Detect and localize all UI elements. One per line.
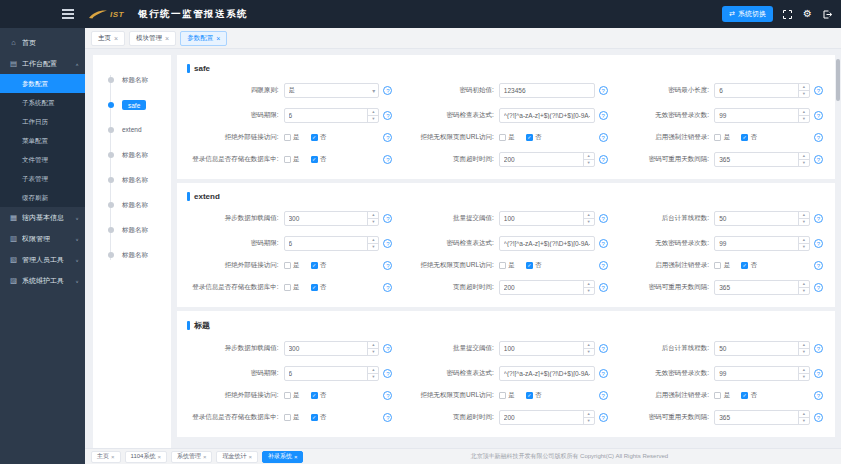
number-input[interactable] <box>715 281 809 294</box>
checkbox-checked-icon[interactable]: ✓ <box>311 262 318 269</box>
help-icon[interactable]: ? <box>383 344 392 353</box>
increase-icon[interactable]: ▴ <box>799 237 809 244</box>
checkbox-checked-icon[interactable]: ✓ <box>311 414 318 421</box>
number-stepper[interactable]: ▴▾ <box>583 281 594 294</box>
help-icon[interactable]: ? <box>814 133 823 142</box>
text-input[interactable] <box>500 237 594 250</box>
tab-close-icon[interactable]: × <box>111 454 115 460</box>
sidebar-subitem-工作日历[interactable]: 工作日历 <box>0 112 85 131</box>
number-control[interactable]: ▴▾ <box>284 236 380 251</box>
increase-icon[interactable]: ▴ <box>584 281 594 288</box>
number-input[interactable] <box>715 342 809 355</box>
checkbox-checked-icon[interactable]: ✓ <box>526 134 533 141</box>
checkbox-option-是[interactable]: 是 <box>284 283 300 292</box>
help-icon[interactable]: ? <box>814 344 823 353</box>
checkbox-option-是[interactable]: 是 <box>714 391 730 400</box>
checkbox-checked-icon[interactable]: ✓ <box>311 156 318 163</box>
help-icon[interactable]: ? <box>383 261 392 270</box>
help-icon[interactable]: ? <box>814 391 823 400</box>
sidebar-item-首页[interactable]: ⌂首页 <box>0 32 85 53</box>
number-stepper[interactable]: ▴▾ <box>798 367 809 380</box>
sidebar-item-辖内基本信息[interactable]: ▦辖内基本信息∨ <box>0 207 85 228</box>
help-icon[interactable]: ? <box>383 133 392 142</box>
checkbox-option-是[interactable]: 是 <box>284 261 300 270</box>
checkbox-option-否[interactable]: ✓否 <box>741 391 757 400</box>
select-value[interactable] <box>285 84 379 97</box>
number-control[interactable]: ▴▾ <box>714 83 810 98</box>
anchor-item-标题名称[interactable]: 标题名称 <box>111 175 171 185</box>
checkbox-option-是[interactable]: 是 <box>284 155 300 164</box>
number-stepper[interactable]: ▴▾ <box>798 237 809 250</box>
tab-close-icon[interactable]: × <box>294 454 298 460</box>
bottom-tab-主页[interactable]: 主页× <box>91 451 121 463</box>
checkbox-group[interactable]: 是✓否 <box>499 261 595 270</box>
checkbox-group[interactable]: 是✓否 <box>284 413 380 422</box>
text-control[interactable] <box>499 108 595 123</box>
help-icon[interactable]: ? <box>383 214 392 223</box>
increase-icon[interactable]: ▴ <box>799 367 809 374</box>
checkbox-group[interactable]: 是✓否 <box>284 283 380 292</box>
number-control[interactable]: ▴▾ <box>284 211 380 226</box>
checkbox-option-否[interactable]: ✓否 <box>311 155 327 164</box>
settings-gear-icon[interactable]: ⚙ <box>802 9 813 20</box>
tab-close-icon[interactable]: × <box>157 454 161 460</box>
decrease-icon[interactable]: ▾ <box>799 349 809 355</box>
decrease-icon[interactable]: ▾ <box>799 418 809 424</box>
number-control[interactable]: ▴▾ <box>284 108 380 123</box>
number-control[interactable]: ▴▾ <box>284 341 380 356</box>
anchor-item-extend[interactable]: extend <box>111 125 171 135</box>
checkbox-option-是[interactable]: 是 <box>284 391 300 400</box>
help-icon[interactable]: ? <box>814 239 823 248</box>
tab-主页[interactable]: 主页× <box>91 31 125 46</box>
number-input[interactable] <box>500 411 594 424</box>
checkbox-option-否[interactable]: ✓否 <box>311 261 327 270</box>
checkbox-option-否[interactable]: ✓否 <box>526 133 542 142</box>
increase-icon[interactable]: ▴ <box>799 212 809 219</box>
sidebar-item-工作台配置[interactable]: ▤工作台配置∧ <box>0 53 85 74</box>
checkbox-option-否[interactable]: ✓否 <box>741 133 757 142</box>
bottom-tab-系统管理[interactable]: 系统管理× <box>171 451 213 463</box>
decrease-icon[interactable]: ▾ <box>799 116 809 122</box>
help-icon[interactable]: ? <box>599 86 608 95</box>
number-stepper[interactable]: ▴▾ <box>798 411 809 424</box>
increase-icon[interactable]: ▴ <box>799 153 809 160</box>
bottom-tab-现金统计[interactable]: 现金统计× <box>216 451 258 463</box>
help-icon[interactable]: ? <box>383 111 392 120</box>
help-icon[interactable]: ? <box>599 133 608 142</box>
help-icon[interactable]: ? <box>814 111 823 120</box>
number-control[interactable]: ▴▾ <box>499 152 595 167</box>
help-icon[interactable]: ? <box>814 413 823 422</box>
checkbox-checked-icon[interactable]: ✓ <box>741 134 748 141</box>
sidebar-subitem-缓存刷新[interactable]: 缓存刷新 <box>0 188 85 207</box>
number-input[interactable] <box>285 109 379 122</box>
number-input[interactable] <box>715 109 809 122</box>
checkbox-checked-icon[interactable]: ✓ <box>526 392 533 399</box>
select-control[interactable]: ▾ <box>284 83 380 98</box>
checkbox-unchecked-icon[interactable] <box>499 262 506 269</box>
checkbox-option-否[interactable]: ✓否 <box>526 391 542 400</box>
number-input[interactable] <box>500 281 594 294</box>
checkbox-checked-icon[interactable]: ✓ <box>311 134 318 141</box>
number-control[interactable]: ▴▾ <box>714 236 810 251</box>
number-input[interactable] <box>285 367 379 380</box>
sidebar-subitem-子系统配置[interactable]: 子系统配置 <box>0 93 85 112</box>
tab-close-icon[interactable]: × <box>114 35 118 42</box>
menu-toggle-icon[interactable] <box>62 9 74 19</box>
checkbox-unchecked-icon[interactable] <box>714 262 721 269</box>
checkbox-checked-icon[interactable]: ✓ <box>741 262 748 269</box>
help-icon[interactable]: ? <box>814 214 823 223</box>
increase-icon[interactable]: ▴ <box>584 342 594 349</box>
checkbox-option-是[interactable]: 是 <box>499 391 515 400</box>
text-control[interactable] <box>499 83 595 98</box>
number-control[interactable]: ▴▾ <box>714 211 810 226</box>
decrease-icon[interactable]: ▾ <box>368 244 378 250</box>
increase-icon[interactable]: ▴ <box>799 109 809 116</box>
system-switch-button[interactable]: ⇄ 系统切换 <box>722 6 773 22</box>
number-input[interactable] <box>715 212 809 225</box>
help-icon[interactable]: ? <box>383 391 392 400</box>
checkbox-option-是[interactable]: 是 <box>714 133 730 142</box>
checkbox-option-是[interactable]: 是 <box>499 133 515 142</box>
number-stepper[interactable]: ▴▾ <box>583 342 594 355</box>
checkbox-checked-icon[interactable]: ✓ <box>526 262 533 269</box>
checkbox-unchecked-icon[interactable] <box>284 156 291 163</box>
